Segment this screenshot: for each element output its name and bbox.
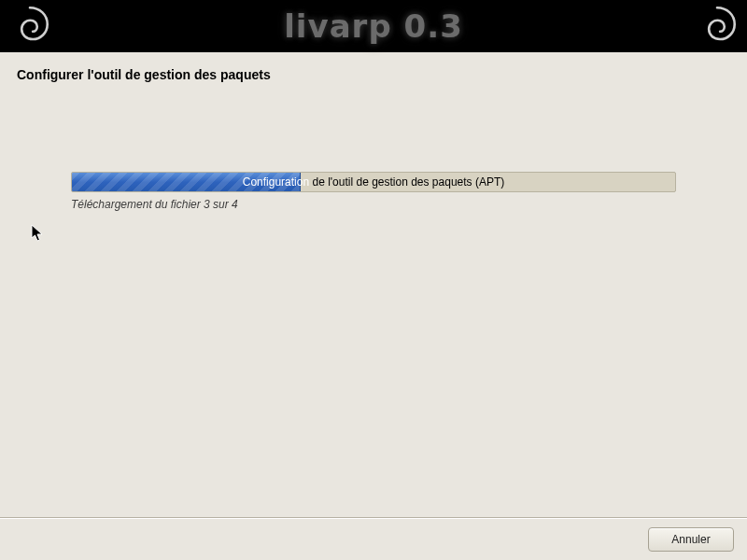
debian-swirl-right-icon xyxy=(693,2,741,50)
mouse-cursor-icon xyxy=(31,224,44,243)
progress-label-filled: Configuration xyxy=(243,175,309,189)
progress-bar: Configuration de l'outil de gestion des … xyxy=(71,172,676,192)
progress-status: Téléchargement du fichier 3 sur 4 xyxy=(71,198,676,211)
installer-header: livarp 0.3 xyxy=(0,0,747,52)
page-title: Configurer l'outil de gestion des paquet… xyxy=(17,67,730,82)
cancel-button[interactable]: Annuler xyxy=(648,527,734,552)
progress-area: Configuration de l'outil de gestion des … xyxy=(17,172,730,211)
footer-bar: Annuler xyxy=(0,517,747,560)
progress-label-rest: de l'outil de gestion des paquets (APT) xyxy=(309,175,504,189)
main-panel: Configurer l'outil de gestion des paquet… xyxy=(0,52,747,517)
header-title: livarp 0.3 xyxy=(284,7,463,45)
debian-swirl-left-icon xyxy=(6,2,54,50)
progress-label: Configuration de l'outil de gestion des … xyxy=(243,175,504,189)
